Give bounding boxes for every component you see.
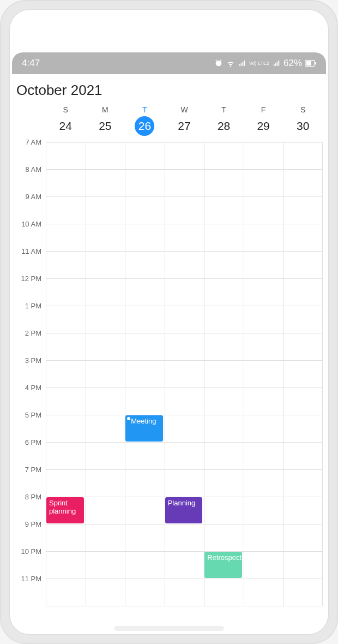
hour-cell[interactable] (244, 333, 283, 361)
hour-cell[interactable] (165, 252, 204, 279)
hour-cell[interactable] (204, 388, 244, 415)
hour-cell[interactable] (125, 524, 165, 552)
day-column-25[interactable]: M25 (86, 105, 125, 136)
hour-cell[interactable] (86, 279, 125, 306)
hour-cell[interactable] (283, 333, 322, 361)
hour-cell[interactable] (204, 333, 244, 361)
hour-cell[interactable] (204, 524, 244, 552)
hour-cell[interactable] (165, 415, 204, 443)
day-number[interactable]: 28 (214, 116, 234, 136)
day-number[interactable]: 24 (56, 116, 75, 136)
hour-cell[interactable] (165, 470, 204, 497)
hour-cell[interactable] (244, 306, 283, 333)
day-column-27[interactable]: W27 (165, 105, 204, 136)
hour-cell[interactable] (125, 497, 165, 524)
hour-cell[interactable] (283, 279, 322, 306)
hour-cell[interactable] (86, 197, 125, 224)
hour-cell[interactable] (86, 333, 125, 361)
hour-cell[interactable] (86, 142, 125, 170)
event-sprint-planning[interactable]: Sprint planning (46, 497, 84, 523)
hour-cell[interactable] (46, 361, 86, 388)
hour-cell[interactable] (204, 252, 244, 279)
hour-cell[interactable] (204, 415, 244, 443)
grid-column[interactable] (86, 142, 125, 606)
hour-cell[interactable] (244, 443, 283, 470)
hour-cell[interactable] (204, 224, 244, 252)
hour-cell[interactable] (204, 579, 244, 606)
hour-cell[interactable] (46, 388, 86, 415)
hour-cell[interactable] (46, 170, 86, 197)
hour-cell[interactable] (244, 279, 283, 306)
hour-cell[interactable] (283, 388, 322, 415)
hour-cell[interactable] (204, 170, 244, 197)
day-number[interactable]: 29 (254, 116, 273, 136)
hour-cell[interactable] (204, 361, 244, 388)
day-column-26[interactable]: T26 (125, 105, 165, 136)
hour-cell[interactable] (86, 443, 125, 470)
hour-cell[interactable] (125, 361, 165, 388)
hour-cell[interactable] (125, 388, 165, 415)
hour-cell[interactable] (125, 170, 165, 197)
hour-cell[interactable] (283, 197, 322, 224)
hour-cell[interactable] (165, 224, 204, 252)
grid-column[interactable] (244, 142, 283, 606)
hour-cell[interactable] (165, 279, 204, 306)
hour-cell[interactable] (46, 197, 86, 224)
hour-cell[interactable] (125, 306, 165, 333)
day-column-28[interactable]: T28 (204, 105, 244, 136)
hour-cell[interactable] (86, 524, 125, 552)
hour-cell[interactable] (125, 142, 165, 170)
hour-cell[interactable] (204, 443, 244, 470)
hour-cell[interactable] (125, 224, 165, 252)
hour-cell[interactable] (46, 333, 86, 361)
hour-cell[interactable] (125, 279, 165, 306)
hour-cell[interactable] (204, 197, 244, 224)
hour-cell[interactable] (244, 415, 283, 443)
hour-cell[interactable] (165, 552, 204, 579)
hour-cell[interactable] (244, 142, 283, 170)
hour-cell[interactable] (283, 224, 322, 252)
hour-cell[interactable] (283, 415, 322, 443)
day-column-30[interactable]: S30 (283, 105, 323, 136)
hour-cell[interactable] (165, 443, 204, 470)
hour-cell[interactable] (86, 388, 125, 415)
hour-cell[interactable] (204, 497, 244, 524)
hour-cell[interactable] (165, 333, 204, 361)
hour-cell[interactable] (86, 361, 125, 388)
hour-cell[interactable] (204, 306, 244, 333)
grid-column[interactable] (283, 142, 323, 606)
hour-cell[interactable] (283, 306, 322, 333)
hour-cell[interactable] (46, 470, 86, 497)
day-column-24[interactable]: S24 (46, 105, 86, 136)
event-retrospective[interactable]: Retrospective (204, 552, 242, 578)
hour-cell[interactable] (46, 552, 86, 579)
hour-cell[interactable] (46, 443, 86, 470)
hour-cell[interactable] (283, 470, 322, 497)
grid-cells[interactable] (46, 142, 323, 606)
hour-cell[interactable] (165, 361, 204, 388)
hour-cell[interactable] (125, 252, 165, 279)
hour-cell[interactable] (283, 361, 322, 388)
hour-cell[interactable] (283, 170, 322, 197)
hour-cell[interactable] (125, 333, 165, 361)
hour-cell[interactable] (283, 142, 322, 170)
hour-cell[interactable] (86, 497, 125, 524)
hour-cell[interactable] (46, 142, 86, 170)
hour-cell[interactable] (244, 552, 283, 579)
hour-cell[interactable] (46, 524, 86, 552)
hour-cell[interactable] (244, 470, 283, 497)
day-number[interactable]: 30 (293, 116, 313, 136)
hour-cell[interactable] (283, 443, 322, 470)
hour-cell[interactable] (86, 224, 125, 252)
hour-cell[interactable] (125, 197, 165, 224)
hour-cell[interactable] (244, 170, 283, 197)
hour-cell[interactable] (125, 552, 165, 579)
hour-cell[interactable] (86, 306, 125, 333)
grid-body[interactable]: 7 AM8 AM9 AM10 AM11 AM12 PM1 PM2 PM3 PM4… (15, 142, 323, 606)
hour-cell[interactable] (46, 224, 86, 252)
hour-cell[interactable] (165, 524, 204, 552)
day-column-29[interactable]: F29 (244, 105, 283, 136)
hour-cell[interactable] (46, 579, 86, 606)
hour-cell[interactable] (283, 524, 322, 552)
hour-cell[interactable] (86, 252, 125, 279)
